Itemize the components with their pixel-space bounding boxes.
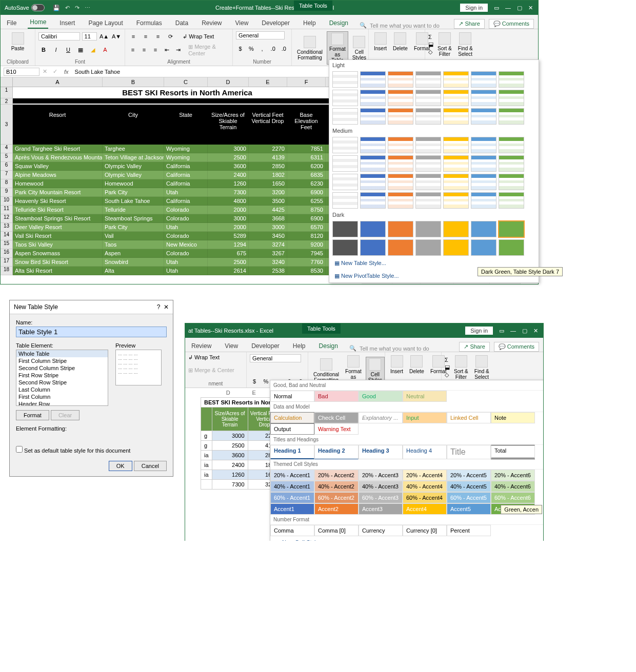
cell[interactable]: ia <box>201 451 212 460</box>
cell[interactable]: ia <box>201 470 212 480</box>
table-style-swatch[interactable] <box>443 192 469 209</box>
clear-icon[interactable]: ◇ <box>445 372 450 378</box>
table-style-swatch[interactable] <box>499 71 524 88</box>
cell[interactable]: Homewood <box>13 179 103 188</box>
cell[interactable]: Wyoming <box>164 145 208 153</box>
style-heading4[interactable]: Heading 4 <box>403 445 447 459</box>
tab-developer[interactable]: Developer <box>260 17 292 29</box>
accounting-format-icon[interactable]: $ <box>250 376 259 386</box>
table-style-swatch[interactable] <box>332 221 358 237</box>
tab-page-layout[interactable]: Page Layout <box>86 17 125 29</box>
cell[interactable]: 3274 <box>249 240 287 249</box>
style-currency0[interactable]: Currency [0] <box>403 525 447 536</box>
table-header[interactable]: Size/Acres of Skiable Terrain <box>212 408 248 431</box>
cell[interactable]: 6311 <box>287 153 326 162</box>
row-header[interactable]: 5 <box>1 153 13 162</box>
table-style-swatch[interactable] <box>471 239 496 256</box>
cell[interactable]: Telluride Ski Resort <box>13 206 103 214</box>
cell[interactable]: Aspen <box>103 249 164 258</box>
row-header[interactable]: 14 <box>1 232 13 240</box>
tab-help[interactable]: Help <box>291 340 308 352</box>
italic-button[interactable]: I <box>51 45 61 55</box>
maximize-icon[interactable]: ▢ <box>522 328 527 334</box>
table-header[interactable]: Resort <box>13 105 103 145</box>
cell[interactable]: ia <box>201 460 212 470</box>
decrease-decimal-icon[interactable]: .0 <box>280 44 288 54</box>
align-left-icon[interactable]: ≡ <box>128 45 137 55</box>
cell[interactable]: g <box>201 441 212 451</box>
style-percent[interactable]: Percent <box>447 525 491 536</box>
help-icon[interactable]: ? <box>157 303 161 311</box>
table-tools-tab[interactable]: Table Tools <box>294 1 332 11</box>
col-header[interactable]: F <box>287 77 326 87</box>
style-acc20-6[interactable]: 20% - Accent6 <box>491 470 535 481</box>
close-dialog-icon[interactable]: ✕ <box>164 303 169 311</box>
close-icon[interactable]: ✕ <box>533 328 538 334</box>
table-element-item[interactable]: First Column Stripe <box>16 357 108 364</box>
table-style-swatch[interactable] <box>499 108 524 125</box>
style-comma0[interactable]: Comma [0] <box>314 525 359 536</box>
cell[interactable]: Colorado <box>164 232 208 240</box>
cancel-button[interactable]: Cancel <box>134 461 167 471</box>
merge-center-button[interactable]: ⊞ Merge & Center <box>188 367 234 374</box>
cell[interactable]: 3000 <box>208 214 249 223</box>
cell[interactable]: Après Vous & Rendezvous Mountain <box>13 153 103 162</box>
cell[interactable]: 6255 <box>287 197 326 206</box>
share-button[interactable]: ↗ Share <box>459 342 489 352</box>
row-header[interactable]: 8 <box>1 179 13 188</box>
align-top-icon[interactable]: ≡ <box>128 31 138 42</box>
table-style-swatch[interactable] <box>443 174 469 190</box>
table-style-swatch[interactable] <box>332 108 358 125</box>
table-element-item[interactable]: Second Row Stripe <box>16 379 108 386</box>
style-heading2[interactable]: Heading 2 <box>314 445 359 459</box>
clear-element-button[interactable]: Clear <box>51 410 80 420</box>
tab-data[interactable]: Data <box>173 17 190 29</box>
cell[interactable]: 5289 <box>208 232 249 240</box>
clear-icon[interactable]: ◇ <box>428 49 433 55</box>
orientation-icon[interactable]: ⟳ <box>165 31 175 42</box>
table-style-swatch[interactable] <box>499 137 524 153</box>
fill-color-button[interactable]: ◢ <box>88 45 98 55</box>
table-style-swatch[interactable] <box>471 90 496 106</box>
signin-button[interactable]: Sign in <box>465 327 493 335</box>
col-header[interactable]: D <box>226 390 230 396</box>
table-style-swatch[interactable] <box>471 108 496 125</box>
style-acc60-5[interactable]: 60% - Accent5 <box>447 492 491 503</box>
style-acc-2[interactable]: Accent2 <box>314 503 359 515</box>
table-style-swatch[interactable] <box>360 108 386 125</box>
cell[interactable]: 3600 <box>212 451 248 460</box>
cell[interactable]: 7851 <box>287 145 326 153</box>
table-element-list[interactable]: Whole TableFirst Column StripeSecond Col… <box>16 350 108 406</box>
style-warning[interactable]: Warning Text <box>314 423 359 435</box>
redo-icon[interactable]: ↷ <box>75 5 80 11</box>
maximize-icon[interactable]: ▢ <box>517 5 522 11</box>
table-style-swatch[interactable] <box>360 90 386 106</box>
style-acc-4[interactable]: Accent4 <box>403 503 447 515</box>
table-style-swatch[interactable] <box>332 192 358 209</box>
table-style-swatch[interactable] <box>388 137 413 153</box>
style-acc60-2[interactable]: 60% - Accent2 <box>314 492 359 503</box>
number-format-dropdown[interactable]: General <box>250 354 301 362</box>
cell[interactable]: Utah <box>164 188 208 197</box>
table-style-swatch[interactable] <box>499 239 524 256</box>
row-header[interactable]: 18 <box>1 267 13 275</box>
table-style-swatch[interactable] <box>388 192 413 209</box>
insert-button[interactable]: Insert <box>372 31 389 52</box>
row-header[interactable]: 11 <box>1 206 13 214</box>
cell[interactable]: Snow Bird Ski Resort <box>13 258 103 267</box>
cell[interactable]: 3200 <box>249 188 287 197</box>
row-header[interactable]: 9 <box>1 188 13 197</box>
cell[interactable]: Alpine Meadows <box>13 171 103 179</box>
style-acc20-5[interactable]: 20% - Accent5 <box>447 470 491 481</box>
cell[interactable]: 1294 <box>208 240 249 249</box>
cell[interactable]: Wyoming <box>164 153 208 162</box>
style-acc20-4[interactable]: 20% - Accent4 <box>403 470 447 481</box>
wrap-text-button[interactable]: ↲ Wrap Text <box>183 33 214 40</box>
format-element-button[interactable]: Format <box>16 410 49 420</box>
style-heading1[interactable]: Heading 1 <box>270 445 314 459</box>
table-header[interactable]: State <box>164 105 208 145</box>
increase-font-icon[interactable]: A▲ <box>99 31 109 42</box>
number-format-dropdown[interactable]: General <box>236 31 285 39</box>
tab-review[interactable]: Review <box>200 17 224 29</box>
cell[interactable]: 6900 <box>287 214 326 223</box>
